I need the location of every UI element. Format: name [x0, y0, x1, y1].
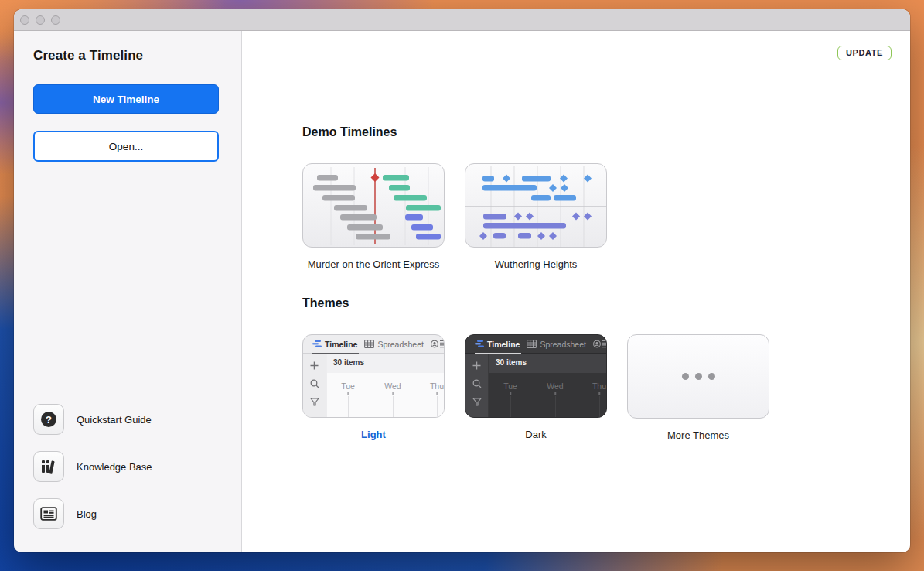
day-label-wed: Wed	[547, 381, 563, 391]
preview-tabbar: Timeline Spreadsheet	[465, 335, 606, 354]
orient-express-gantt-graphic	[303, 164, 445, 248]
orient-express-thumbnail[interactable]	[302, 163, 445, 248]
preview-toolbar-rail	[465, 354, 489, 417]
demo-timelines-heading: Demo Timelines	[302, 125, 861, 139]
knowledge-base-label: Knowledge Base	[77, 461, 152, 473]
day-label-thu: Thu	[592, 381, 606, 391]
new-timeline-button[interactable]: New Timeline	[33, 84, 219, 114]
ellipsis-icon	[682, 373, 689, 380]
preview-content: 30 items Tue Wed Thu	[327, 354, 444, 417]
preview-tab-relationships-partial: R	[431, 340, 445, 349]
themes-row: Timeline Spreadsheet	[302, 334, 861, 441]
main-panel: UPDATE Demo Timelines	[242, 31, 910, 552]
preview-tab-timeline: Timeline	[312, 340, 357, 349]
dark-theme-label: Dark	[525, 429, 546, 440]
filter-icon	[310, 398, 319, 406]
demo-timelines-row: Murder on the Orient Express	[302, 163, 861, 270]
active-tab-underline	[475, 353, 521, 354]
timeline-icon	[312, 340, 322, 348]
filter-icon	[472, 398, 482, 406]
day-label-tue: Tue	[341, 381, 355, 391]
theme-card-more: More Themes	[627, 334, 769, 441]
preview-tabbar: Timeline Spreadsheet	[303, 335, 444, 354]
wuthering-heights-label: Wuthering Heights	[495, 258, 578, 270]
ellipsis-icon	[695, 373, 702, 380]
update-badge[interactable]: UPDATE	[837, 46, 892, 60]
preview-content: 30 items Tue Wed Thu	[489, 354, 606, 417]
knowledge-base-item[interactable]: Knowledge Base	[33, 451, 222, 482]
relationships-icon	[431, 340, 445, 348]
spreadsheet-icon	[364, 340, 374, 348]
demo-card-wuthering-heights: Wuthering Heights	[465, 163, 607, 270]
ellipsis-icon	[708, 373, 715, 380]
light-theme-label: Light	[361, 429, 386, 440]
sidebar-title: Create a Timeline	[33, 48, 222, 63]
blog-label: Blog	[77, 508, 97, 520]
quickstart-guide-item[interactable]: ? Quickstart Guide	[33, 404, 222, 435]
demo-card-orient-express: Murder on the Orient Express	[302, 163, 445, 270]
more-themes-label: More Themes	[667, 429, 729, 441]
plus-icon	[472, 361, 481, 370]
preview-tab-relationships-partial: R	[593, 340, 607, 349]
spreadsheet-icon	[527, 340, 537, 348]
minimize-window-button[interactable]	[36, 15, 45, 25]
dark-theme-thumbnail[interactable]: Timeline Spreadsheet	[465, 334, 607, 418]
orient-express-label: Murder on the Orient Express	[308, 258, 440, 270]
items-count: 30 items	[333, 358, 364, 367]
wuthering-heights-gantt-graphic	[465, 164, 607, 248]
theme-card-dark: Timeline Spreadsheet	[465, 334, 607, 441]
timeline-icon	[475, 340, 484, 348]
sidebar: Create a Timeline New Timeline Open... ?…	[14, 31, 242, 552]
relationships-icon	[593, 340, 607, 348]
preview-tab-spreadsheet: Spreadsheet	[527, 340, 586, 349]
active-tab-underline	[312, 353, 359, 354]
themes-heading: Themes	[302, 296, 861, 310]
quickstart-guide-label: Quickstart Guide	[77, 414, 152, 426]
plus-icon	[310, 361, 319, 370]
search-icon	[310, 379, 319, 388]
more-themes-thumbnail[interactable]	[627, 334, 769, 419]
app-window: Create a Timeline New Timeline Open... ?…	[14, 9, 910, 552]
day-label-thu: Thu	[430, 381, 444, 391]
preview-toolbar-rail	[303, 354, 326, 417]
items-count: 30 items	[496, 358, 527, 367]
day-label-tue: Tue	[503, 381, 517, 391]
section-divider	[302, 145, 861, 145]
question-circle-icon: ?	[33, 404, 64, 435]
preview-tab-timeline: Timeline	[475, 340, 520, 349]
blog-item[interactable]: Blog	[33, 498, 222, 529]
zoom-window-button[interactable]	[51, 15, 60, 25]
light-theme-thumbnail[interactable]: Timeline Spreadsheet	[302, 334, 445, 418]
titlebar	[14, 9, 910, 31]
books-icon	[33, 451, 64, 482]
theme-card-light: Timeline Spreadsheet	[302, 334, 445, 441]
sidebar-spacer	[33, 162, 222, 388]
section-divider	[302, 316, 861, 316]
wuthering-heights-thumbnail[interactable]	[465, 163, 607, 248]
close-window-button[interactable]	[20, 15, 29, 25]
newspaper-icon	[33, 498, 64, 529]
search-icon	[472, 379, 482, 388]
day-label-wed: Wed	[384, 381, 401, 391]
open-button[interactable]: Open...	[33, 131, 219, 162]
preview-tab-spreadsheet: Spreadsheet	[364, 340, 424, 349]
